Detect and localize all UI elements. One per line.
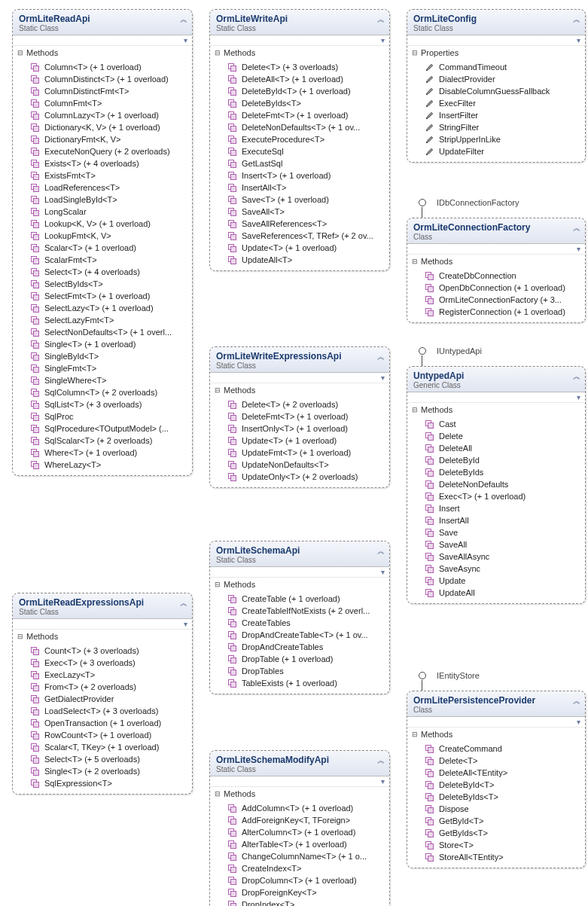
- member-row[interactable]: DeleteAll<T> (+ 1 overload): [210, 73, 389, 85]
- member-row[interactable]: DialectProvider: [407, 73, 585, 85]
- member-row[interactable]: ColumnDistinct<T> (+ 1 overload): [13, 73, 192, 85]
- member-row[interactable]: SaveAsync: [407, 563, 585, 575]
- collapse-chevron-icon[interactable]: ︽: [377, 546, 385, 557]
- member-row[interactable]: DeleteById<T> (+ 1 overload): [210, 85, 389, 97]
- class-box-persist[interactable]: OrmLitePersistenceProviderClass︽▾⊟Method…: [407, 691, 586, 868]
- class-box-readapi[interactable]: OrmLiteReadApiStatic Class︽▾⊟MethodsColu…: [12, 9, 193, 476]
- section-header[interactable]: ⊟Methods: [210, 787, 389, 801]
- member-row[interactable]: SaveReferences<T, TRef> (+ 2 ov...: [210, 230, 389, 242]
- member-row[interactable]: SelectByIds<T>: [13, 278, 192, 290]
- member-row[interactable]: TableExists (+ 1 overload): [210, 677, 389, 689]
- member-row[interactable]: DeleteFmt<T> (+ 1 overload): [210, 109, 389, 121]
- member-row[interactable]: InsertOnly<T> (+ 1 overload): [210, 422, 389, 435]
- member-row[interactable]: DeleteById<T>: [407, 779, 585, 791]
- member-row[interactable]: DisableColumnGuessFallback: [407, 85, 585, 97]
- class-header[interactable]: OrmLiteSchemaModifyApiStatic Class︽: [210, 751, 389, 776]
- member-row[interactable]: DeleteByIds<T>: [407, 791, 585, 803]
- member-row[interactable]: DeleteAll<TEntity>: [407, 767, 585, 779]
- collapse-chevron-icon[interactable]: ︽: [573, 371, 580, 382]
- class-header[interactable]: OrmLitePersistenceProviderClass︽: [407, 691, 585, 717]
- filter-icon[interactable]: ▾: [381, 36, 385, 44]
- member-row[interactable]: CreateTableIfNotExists (+ 2 overl...: [210, 605, 389, 617]
- member-row[interactable]: Select<T> (+ 4 overloads): [13, 266, 192, 278]
- member-row[interactable]: ExecFilter: [407, 97, 585, 109]
- class-header[interactable]: OrmLiteReadExpressionsApiStatic Class︽: [13, 593, 192, 619]
- filter-icon[interactable]: ▾: [577, 245, 580, 253]
- member-row[interactable]: DeleteNonDefaults: [407, 478, 585, 490]
- filter-icon[interactable]: ▾: [184, 620, 187, 628]
- twisty-icon[interactable]: ⊟: [412, 258, 418, 265]
- section-header[interactable]: ⊟Methods: [210, 46, 389, 59]
- member-row[interactable]: StringFilter: [407, 121, 585, 133]
- member-row[interactable]: Single<T> (+ 1 overload): [13, 338, 192, 350]
- member-row[interactable]: Column<T> (+ 1 overload): [13, 61, 192, 73]
- member-row[interactable]: CreateTables: [210, 617, 389, 629]
- twisty-icon[interactable]: ⊟: [412, 49, 418, 56]
- section-header[interactable]: ⊟Methods: [407, 255, 585, 268]
- section-header[interactable]: ⊟Methods: [407, 728, 585, 741]
- member-row[interactable]: DeleteById: [407, 454, 585, 466]
- member-row[interactable]: StoreAll<TEntity>: [407, 851, 585, 863]
- member-row[interactable]: SingleFmt<T>: [13, 362, 192, 374]
- member-row[interactable]: DeleteAll: [407, 442, 585, 454]
- filter-icon[interactable]: ▾: [381, 568, 385, 576]
- member-row[interactable]: ExistsFmt<T>: [13, 169, 192, 182]
- section-header[interactable]: ⊟Methods: [13, 46, 192, 59]
- member-row[interactable]: GetDialectProvider: [13, 693, 192, 705]
- class-header[interactable]: OrmLiteWriteExpressionsApiStatic Class︽: [210, 347, 389, 373]
- class-box-readexpr[interactable]: OrmLiteReadExpressionsApiStatic Class︽▾⊟…: [12, 593, 193, 795]
- member-row[interactable]: InsertFilter: [407, 109, 585, 121]
- member-row[interactable]: ExecuteSql: [210, 145, 389, 157]
- member-row[interactable]: SelectFmt<T> (+ 1 overload): [13, 290, 192, 302]
- section-header[interactable]: ⊟Properties: [407, 46, 585, 59]
- twisty-icon[interactable]: ⊟: [17, 633, 23, 640]
- member-row[interactable]: SqlExpression<T>: [13, 777, 192, 789]
- member-row[interactable]: Cast: [407, 418, 585, 430]
- member-row[interactable]: Delete<T> (+ 3 overloads): [210, 61, 389, 73]
- member-row[interactable]: InsertAll<T>: [210, 182, 389, 194]
- member-row[interactable]: SqlScalar<T> (+ 2 overloads): [13, 435, 192, 447]
- member-row[interactable]: GetById<T>: [407, 815, 585, 827]
- member-row[interactable]: Store<T>: [407, 839, 585, 851]
- member-row[interactable]: LoadSelect<T> (+ 3 overloads): [13, 705, 192, 717]
- class-box-untyped[interactable]: UntypedApiGeneric Class︽▾⊟MethodsCastDel…: [407, 366, 586, 604]
- member-row[interactable]: InsertAll: [407, 514, 585, 526]
- filter-icon[interactable]: ▾: [381, 374, 385, 382]
- member-row[interactable]: CommandTimeout: [407, 61, 585, 73]
- member-row[interactable]: SingleById<T>: [13, 350, 192, 362]
- member-row[interactable]: Select<T> (+ 5 overloads): [13, 753, 192, 765]
- twisty-icon[interactable]: ⊟: [17, 49, 23, 56]
- member-row[interactable]: UpdateNonDefaults<T>: [210, 459, 389, 471]
- class-box-config[interactable]: OrmLiteConfigStatic Class︽▾⊟PropertiesCo…: [407, 9, 586, 163]
- collapse-chevron-icon[interactable]: ︽: [573, 223, 580, 233]
- section-header[interactable]: ⊟Methods: [210, 578, 389, 591]
- member-row[interactable]: SelectLazy<T> (+ 1 overload): [13, 302, 192, 314]
- member-row[interactable]: SaveAll: [407, 538, 585, 551]
- member-row[interactable]: DropTables: [210, 665, 389, 677]
- member-row[interactable]: Single<T> (+ 2 overloads): [13, 765, 192, 777]
- collapse-chevron-icon[interactable]: ︽: [377, 755, 385, 766]
- member-row[interactable]: SaveAll<T>: [210, 206, 389, 218]
- member-row[interactable]: ScalarFmt<T>: [13, 254, 192, 266]
- twisty-icon[interactable]: ⊟: [215, 386, 221, 394]
- member-row[interactable]: SqlList<T> (+ 3 overloads): [13, 398, 192, 410]
- member-row[interactable]: Dispose: [407, 803, 585, 815]
- filter-icon[interactable]: ▾: [577, 393, 580, 401]
- member-row[interactable]: DropAndCreateTables: [210, 641, 389, 653]
- member-row[interactable]: Exists<T> (+ 4 overloads): [13, 157, 192, 169]
- class-box-writeapi[interactable]: OrmLiteWriteApiStatic Class︽▾⊟MethodsDel…: [209, 9, 390, 271]
- member-row[interactable]: CreateIndex<T>: [210, 862, 389, 874]
- member-row[interactable]: DropAndCreateTable<T> (+ 1 ov...: [210, 629, 389, 641]
- member-row[interactable]: AddColumn<T> (+ 1 overload): [210, 802, 389, 814]
- member-row[interactable]: StripUpperInLike: [407, 133, 585, 145]
- member-row[interactable]: Exec<T> (+ 1 overload): [407, 490, 585, 502]
- member-row[interactable]: ExecuteProcedure<T>: [210, 133, 389, 145]
- collapse-chevron-icon[interactable]: ︽: [573, 696, 580, 706]
- member-row[interactable]: ChangeColumnName<T> (+ 1 o...: [210, 850, 389, 862]
- section-header[interactable]: ⊟Methods: [407, 403, 585, 416]
- class-box-writeexpr[interactable]: OrmLiteWriteExpressionsApiStatic Class︽▾…: [209, 346, 390, 488]
- member-row[interactable]: DeleteNonDefaults<T> (+ 1 ov...: [210, 121, 389, 133]
- member-row[interactable]: DropForeignKey<T>: [210, 886, 389, 898]
- member-row[interactable]: LoadSingleById<T>: [13, 194, 192, 206]
- member-row[interactable]: UpdateFmt<T> (+ 1 overload): [210, 447, 389, 459]
